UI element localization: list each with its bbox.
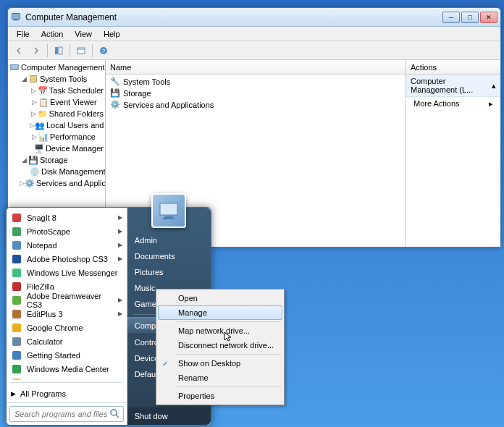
tree-system-tools[interactable]: ◢System Tools [9,73,104,85]
program-icon [11,226,22,237]
menu-file[interactable]: File [11,28,35,40]
user-picture[interactable] [151,193,186,228]
svg-rect-27 [164,216,173,218]
shutdown-button[interactable]: Shut dow [127,407,211,425]
tree-event-viewer[interactable]: ▷📋Event Viewer [9,96,104,108]
app-icon [11,12,22,23]
submenu-arrow-icon: ▶ [118,297,122,303]
toolbar-separator [70,44,70,57]
tree-storage[interactable]: ◢💾Storage [9,154,104,166]
tree-local-users[interactable]: ▷👥Local Users and Groups [9,119,104,131]
program-label: Adobe Photoshop CS3 [27,255,108,263]
all-programs[interactable]: ▶All Programs [7,385,127,402]
context-item[interactable]: Properties [158,389,282,403]
tree-label: Storage [40,156,68,164]
arrow-icon: ▶ [11,390,16,397]
program-icon [11,281,22,292]
context-item[interactable]: Map network drive... [158,324,282,338]
search-icon[interactable] [109,408,121,420]
program-label: SnagIt 8 [27,214,56,222]
window-controls: ─ □ ✕ [442,12,497,23]
forward-button[interactable] [28,43,44,59]
program-item[interactable]: PhotoScape▶ [7,224,127,238]
svg-rect-14 [12,269,21,277]
tree-shared-folders[interactable]: ▷📁Shared Folders [9,108,104,119]
actions-more[interactable]: More Actions▸ [406,97,500,111]
sm-pictures[interactable]: Pictures [127,264,211,280]
context-item[interactable]: Rename [158,371,282,385]
sm-admin[interactable]: Admin [127,232,211,248]
program-item[interactable]: EditPlus 3▶ [7,307,127,321]
maximize-button[interactable]: □ [461,12,479,23]
program-icon [11,336,22,347]
program-item[interactable]: Windows Live Messenger [7,266,127,279]
svg-rect-19 [12,337,21,346]
program-label: Windows Live Messenger [27,269,117,277]
context-item-label: Map network drive... [178,326,250,335]
context-item[interactable]: Disconnect network drive... [158,338,282,352]
menu-help[interactable]: Help [98,28,126,40]
svg-rect-1 [14,20,19,20]
minimize-button[interactable]: ─ [442,12,460,23]
program-item[interactable]: Adobe Photoshop CS3▶ [7,252,127,266]
help-button[interactable]: ? [96,43,112,59]
svg-rect-8 [11,65,19,70]
list-item[interactable]: 🔧System Tools [107,76,404,88]
program-label: Windows Media Center [27,365,109,373]
program-item[interactable]: Google Chrome [7,321,127,334]
context-item[interactable]: Open [158,291,282,305]
svg-rect-2 [55,47,58,54]
list-item[interactable]: ⚙️Services and Applications [107,99,404,111]
show-hide-button[interactable] [51,43,67,59]
program-item[interactable]: SnagIt 8▶ [7,211,127,224]
program-icon [11,212,22,224]
svg-rect-0 [12,13,20,19]
program-icon [11,267,22,279]
tree-label: Computer Management (Local [21,63,106,72]
tree-label: Shared Folders [49,109,104,118]
actions-panel: Actions Computer Management (L...▴ More … [406,60,500,247]
menu-action[interactable]: Action [35,28,70,40]
tree-performance[interactable]: ▷📊Performance [9,131,104,143]
program-item[interactable]: Calculator [7,334,127,348]
properties-button[interactable] [73,43,89,59]
program-item[interactable]: Windows Media Center [7,362,127,376]
context-item-label: Show on Desktop [178,359,240,368]
tree-label: Device Manager [46,144,104,153]
context-item[interactable]: ✓Show on Desktop [158,356,282,371]
back-button[interactable] [11,43,27,59]
svg-rect-10 [12,214,21,222]
program-item[interactable]: Adobe Dreamweaver CS3▶ [7,293,127,307]
tree-device-manager[interactable]: 🖥️Device Manager [9,143,104,154]
actions-header: Actions [406,60,500,75]
close-button[interactable]: ✕ [480,12,497,23]
list-item[interactable]: 💾Storage [107,88,404,99]
context-item-label: Open [178,294,198,303]
tree-task-scheduler[interactable]: ▷📅Task Scheduler [9,85,104,96]
tree-disk-management[interactable]: 💿Disk Management [9,166,104,177]
program-item[interactable]: Getting Started [7,348,127,362]
titlebar[interactable]: Computer Management ─ □ ✕ [8,8,500,27]
start-menu-left: SnagIt 8▶PhotoScape▶Notepad▶Adobe Photos… [7,208,127,425]
program-label: PhotoScape [27,227,70,236]
program-icon [11,377,22,381]
svg-rect-13 [12,255,21,263]
svg-rect-28 [163,218,175,219]
list-header-name[interactable]: Name [106,60,406,75]
menu-view[interactable]: View [69,28,98,40]
svg-rect-20 [12,351,21,360]
tree-label: Performance [50,132,96,141]
svg-point-24 [111,410,117,415]
tree-services[interactable]: ▷⚙️Services and Applications [9,177,104,189]
context-item[interactable]: Manage [158,305,282,320]
program-icon [11,240,22,251]
actions-main-row[interactable]: Computer Management (L...▴ [406,75,500,97]
program-item[interactable]: Notepad▶ [7,238,127,252]
menubar: File Action View Help [8,27,500,41]
svg-rect-21 [12,365,21,373]
program-item[interactable]: Sticky Notes [7,376,127,380]
tree-root[interactable]: Computer Management (Local [9,62,104,73]
list-item-label: System Tools [123,77,170,86]
sm-documents[interactable]: Documents [127,248,211,264]
search-input[interactable] [9,406,124,422]
